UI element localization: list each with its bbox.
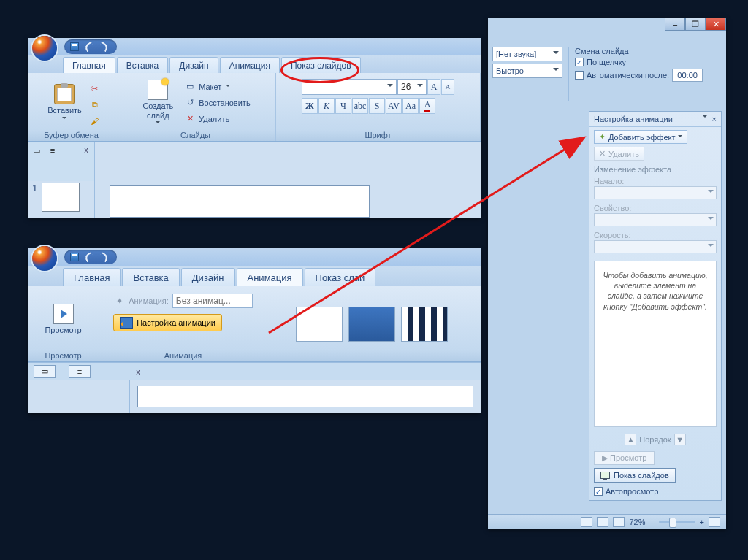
custom-animation-button[interactable]: Настройка анимации xyxy=(113,314,222,331)
cut-button[interactable]: ✂ xyxy=(89,83,101,95)
shrink-font-button[interactable]: A xyxy=(441,79,454,95)
autopreview-checkbox[interactable]: Автопросмотр xyxy=(594,486,717,497)
office-orb-button[interactable] xyxy=(32,246,57,271)
tab-home[interactable]: Главная xyxy=(63,57,115,73)
close-window-button[interactable]: ✕ xyxy=(706,18,726,31)
paste-button[interactable]: Вставить xyxy=(42,81,88,123)
screenshot-home-ribbon: Главная Вставка Дизайн Анимация Показ сл… xyxy=(28,38,481,218)
transition-speed-combo[interactable]: Быстро xyxy=(492,64,562,78)
tab-slideshow[interactable]: Показ слайдов xyxy=(281,57,361,73)
screenshot-animation-ribbon: Главная Вставка Дизайн Анимация Показ сл… xyxy=(28,248,481,413)
tab-insert[interactable]: Вставка xyxy=(122,268,179,286)
layout-button[interactable]: ▭ Макет xyxy=(180,80,253,94)
close-pane-button[interactable]: x xyxy=(133,367,143,377)
transition-none[interactable] xyxy=(296,307,343,342)
maximize-button[interactable]: ❐ xyxy=(685,18,706,31)
tab-home[interactable]: Главная xyxy=(63,268,121,286)
redo-icon xyxy=(98,252,109,263)
outline-tab-icon[interactable]: ≡ xyxy=(69,365,91,378)
zoom-in-button[interactable]: + xyxy=(700,518,704,526)
slide-canvas[interactable] xyxy=(137,386,473,407)
new-slide-label: Создать слайд xyxy=(142,101,173,119)
outline-tab-icon[interactable]: ≡ xyxy=(47,145,58,156)
ribbon: Вставить ✂ ⧉ 🖌 Буфер обмена Создать слай… xyxy=(28,73,481,142)
slide-thumbnail[interactable] xyxy=(42,183,80,212)
italic-button[interactable]: К xyxy=(318,98,335,114)
save-button[interactable] xyxy=(69,41,80,53)
redo-button[interactable] xyxy=(98,41,110,53)
advance-on-click-checkbox[interactable]: По щелчку xyxy=(575,58,722,66)
undo-button[interactable] xyxy=(83,251,95,263)
chevron-down-icon xyxy=(62,117,66,121)
tab-insert[interactable]: Вставка xyxy=(117,57,169,73)
zoom-slider[interactable] xyxy=(659,521,695,523)
animate-combo[interactable]: Без анимац... xyxy=(172,294,253,308)
tab-slideshow[interactable]: Показ слай xyxy=(305,268,376,286)
format-painter-button[interactable]: 🖌 xyxy=(89,115,101,127)
undo-button[interactable] xyxy=(83,41,95,53)
bold-button[interactable]: Ж xyxy=(302,98,318,114)
office-orb-button[interactable] xyxy=(32,36,57,61)
taskpane-hint: Чтобы добавить анимацию, выделите элемен… xyxy=(594,261,717,427)
remove-effect-button: ✕ Удалить xyxy=(594,147,644,161)
zoom-out-button[interactable]: – xyxy=(649,518,654,526)
reset-button[interactable]: ↺ Восстановить xyxy=(180,96,253,110)
underline-button[interactable]: Ч xyxy=(335,98,351,114)
normal-view-button[interactable] xyxy=(581,517,592,527)
property-combo xyxy=(594,213,717,226)
redo-button[interactable] xyxy=(98,251,110,263)
group-font: 26 A A Ж К Ч abc S AV Aa A Шрифт xyxy=(276,73,481,141)
sorter-view-button[interactable] xyxy=(597,517,608,527)
transition-fade[interactable] xyxy=(348,307,395,342)
font-name-combo[interactable] xyxy=(302,79,397,95)
advance-auto-checkbox[interactable]: Автоматически после:00:00 xyxy=(575,69,722,82)
slides-tab-icon[interactable]: ▭ xyxy=(31,145,42,156)
preview-button[interactable]: Просмотр xyxy=(39,301,87,337)
tab-animation[interactable]: Анимация xyxy=(237,268,303,286)
ribbon-tabs: Главная Вставка Дизайн Анимация Показ сл… xyxy=(28,266,481,286)
delete-button[interactable]: ✕ Удалить xyxy=(180,112,253,126)
save-button[interactable] xyxy=(69,251,80,263)
slideshow-label: Показ слайдов xyxy=(614,471,669,480)
font-color-button[interactable]: A xyxy=(419,98,435,114)
change-case-button[interactable]: Aa xyxy=(402,98,419,114)
close-pane-button[interactable]: x xyxy=(81,145,91,155)
checkbox-icon xyxy=(594,487,603,496)
taskpane-footer: ▶ Просмотр Показ слайдов Автопросмотр xyxy=(589,448,721,500)
group-transitions xyxy=(267,286,481,361)
transition-blinds[interactable] xyxy=(401,307,448,342)
add-effect-button[interactable]: ✦ Добавить эффект xyxy=(594,130,687,144)
shadow-button[interactable]: S xyxy=(369,98,385,114)
checkbox-icon xyxy=(575,71,584,80)
char-spacing-button[interactable]: AV xyxy=(386,98,402,114)
tab-design[interactable]: Дизайн xyxy=(169,57,218,73)
tab-animation[interactable]: Анимация xyxy=(220,57,280,73)
star-icon: ✦ xyxy=(599,132,606,142)
minimize-button[interactable]: – xyxy=(665,18,685,31)
slides-tab-icon[interactable]: ▭ xyxy=(34,365,56,378)
font-size-combo[interactable]: 26 xyxy=(397,79,427,95)
tab-design[interactable]: Дизайн xyxy=(181,268,235,286)
new-slide-button[interactable]: Создать слайд xyxy=(137,77,179,128)
taskpane-close-button[interactable]: × xyxy=(712,115,717,123)
undo-icon xyxy=(83,252,94,263)
chevron-down-icon xyxy=(417,84,423,90)
fit-to-window-button[interactable] xyxy=(709,517,720,527)
chevron-down-icon xyxy=(678,135,682,139)
clipboard-icon xyxy=(54,84,75,104)
modify-effect-title: Изменение эффекта xyxy=(589,161,721,175)
strike-button[interactable]: abc xyxy=(352,98,368,114)
taskpane-menu-icon[interactable] xyxy=(702,115,708,120)
copy-button[interactable]: ⧉ xyxy=(89,99,101,111)
advance-auto-time[interactable]: 00:00 xyxy=(672,69,703,82)
transition-sound-combo[interactable]: [Нет звука] xyxy=(492,47,562,61)
group-animation-label: Анимация xyxy=(104,350,262,361)
property-label: Свойство: xyxy=(589,202,721,212)
ribbon: Просмотр Просмотр ✦ Анимация: Без анимац… xyxy=(28,286,481,362)
grow-font-button[interactable]: A xyxy=(427,79,440,95)
ribbon-tabs: Главная Вставка Дизайн Анимация Показ сл… xyxy=(28,55,481,73)
slideshow-view-button[interactable] xyxy=(613,517,625,527)
slide-canvas[interactable] xyxy=(110,185,370,218)
slideshow-button[interactable]: Показ слайдов xyxy=(594,468,676,483)
play-label: Просмотр xyxy=(610,453,646,462)
